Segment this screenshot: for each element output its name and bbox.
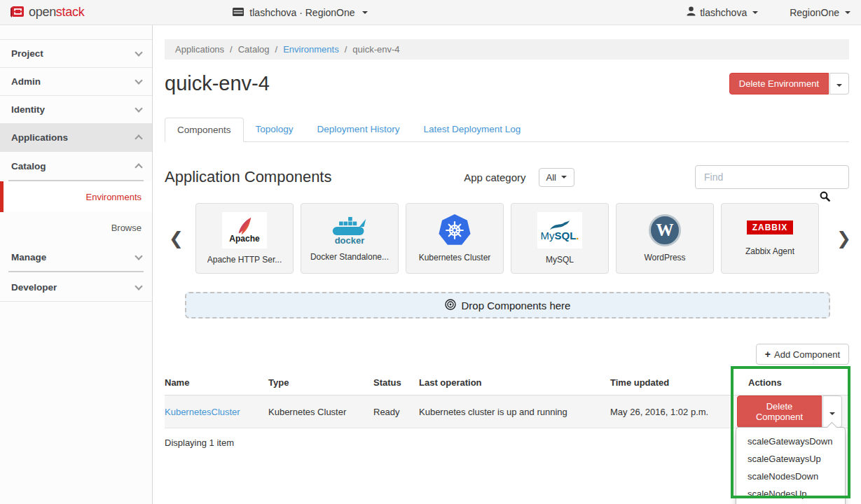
tile-label: Kubernetes Cluster [419,253,491,262]
sidebar-item-label: Manage [11,252,46,262]
sidebar-item-identity[interactable]: Identity [0,96,152,124]
delete-component-button[interactable]: Delete Component [737,396,822,428]
add-component-button[interactable]: + Add Component [756,344,849,365]
breadcrumb: Applications / Catalog / Environments / … [165,39,849,59]
drop-zone[interactable]: Drop Components here [185,292,830,318]
action-menu-item-scale-gateways-down[interactable]: scaleGatewaysDown [736,433,845,450]
tile-label: MySQL [546,255,574,265]
tile-label: WordPress [644,253,685,262]
delete-environment-caret-button[interactable] [829,73,849,94]
action-menu: scaleGatewaysDown scaleGatewaysUp scaleN… [736,427,846,504]
breadcrumb-separator: / [230,44,233,55]
sidebar-item-label: Applications [11,132,68,143]
sidebar-item-project[interactable]: Project [0,40,152,68]
sidebar-item-developer[interactable]: Developer [0,274,152,302]
chevron-down-icon [135,104,142,112]
find-input[interactable] [695,165,849,189]
sidebar-item-manage[interactable]: Manage [0,243,152,271]
action-menu-item-scale-gateways-up[interactable]: scaleGatewaysUp [736,450,845,468]
cell-status: Ready [373,396,419,428]
app-category-dropdown[interactable]: All [539,168,574,187]
tab-topology[interactable]: Topology [244,118,305,142]
tab-components[interactable]: Components [165,118,244,142]
component-tile-mysql[interactable]: MySQL. MySQL [511,203,609,274]
component-tile-docker[interactable]: docker Docker Standalone... [301,203,399,274]
chevron-down-icon [135,252,142,260]
table-header-type: Type [268,370,373,396]
region-menu-label: RegionOne [790,7,839,18]
sidebar-item-environments[interactable]: Environments [0,181,152,212]
table-header-last-operation: Last operation [419,370,610,396]
section-heading: Application Components [165,168,331,186]
tab-bar: Components Topology Deployment History L… [165,118,849,142]
user-menu-label: tlashchova [700,7,747,18]
table-header-time-updated: Time updated [610,370,726,396]
carousel-prev-button[interactable]: ❮ [165,228,195,248]
table-header-status: Status [373,370,419,396]
region-menu[interactable]: RegionOne [790,7,850,18]
component-tile-zabbix[interactable]: ZABBIX Zabbix Agent [721,203,819,274]
tab-deployment-history[interactable]: Deployment History [305,118,412,142]
sidebar-item-admin[interactable]: Admin [0,68,152,96]
breadcrumb-item-catalog: Catalog [238,44,270,55]
carousel-next-button[interactable]: ❯ [831,228,849,248]
user-menu[interactable]: tlashchova [687,6,758,18]
caret-down-icon [362,11,368,14]
project-switcher-label: tlashchova · RegionOne [249,7,354,18]
sidebar-item-catalog[interactable]: Catalog [0,152,152,180]
component-name-link[interactable]: KubernetesCluster [165,407,240,417]
project-switcher[interactable]: tlashchova · RegionOne [233,7,367,18]
tile-label: Apache HTTP Ser... [207,255,282,265]
component-tile-wordpress[interactable]: W WordPress [616,203,714,274]
breadcrumb-item-current: quick-env-4 [352,44,399,55]
delete-environment-button[interactable]: Delete Environment [729,73,829,94]
apache-logo: Apache [222,212,267,248]
component-tile-kubernetes[interactable]: Kubernetes Cluster [406,203,504,274]
openstack-logo[interactable]: openstack [10,4,84,20]
chevron-down-icon [135,76,142,84]
breadcrumb-separator: / [275,44,278,55]
table-row: KubernetesCluster Kubernetes Cluster Rea… [165,396,849,428]
caret-down-icon [752,11,758,14]
components-table: Name Type Status Last operation Time upd… [165,370,849,428]
cell-time-updated: May 26, 2016, 1:02 p.m. [610,396,726,428]
main-content: Applications / Catalog / Environments / … [153,25,861,504]
component-tile-apache[interactable]: Apache Apache HTTP Ser... [195,203,294,274]
chevron-down-icon [135,282,142,290]
user-icon [687,6,696,18]
breadcrumb-item-environments[interactable]: Environments [283,44,338,55]
sidebar-top-spacer [0,25,152,40]
table-header-actions: Actions [726,370,849,396]
wordpress-logo: W [649,214,681,246]
chevron-down-icon [135,48,142,56]
app-category-value: All [546,172,556,183]
sidebar: Project Admin Identity Applications Cata… [0,25,153,504]
caret-down-icon [836,84,842,87]
app-category-label: App category [464,172,525,183]
docker-logo: docker [331,215,368,246]
brand-wordmark: openstack [29,5,84,20]
sidebar-item-applications[interactable]: Applications [0,124,152,152]
sidebar-item-label: Environments [86,192,142,202]
page-title: quick-env-4 [165,72,270,95]
cell-last-operation: Kubernetes cluster is up and running [419,396,610,428]
sidebar-item-browse[interactable]: Browse [0,212,152,243]
sidebar-item-label: Project [11,48,43,59]
cell-actions: Delete Component scaleGatewaysDown scale… [726,396,849,428]
plus-icon: + [765,349,771,360]
action-menu-item-scale-nodes-down[interactable]: scaleNodesDown [736,468,845,485]
caret-down-icon [561,176,567,178]
sidebar-item-label: Browse [111,223,142,233]
search-icon[interactable] [820,191,830,201]
chevron-up-icon [135,163,142,171]
chevron-up-icon [135,134,142,142]
cell-type: Kubernetes Cluster [268,396,373,428]
mysql-logo: MySQL. [537,212,582,248]
tile-label: Zabbix Agent [745,246,794,256]
openstack-cube-icon [10,4,25,20]
tab-latest-deployment-log[interactable]: Latest Deployment Log [411,118,532,142]
sidebar-item-label: Catalog [11,161,46,172]
caret-down-icon [845,11,850,14]
topbar: openstack tlashchova · RegionOne tlashch… [0,0,861,25]
action-menu-item-scale-nodes-up[interactable]: scaleNodesUp [736,485,845,503]
